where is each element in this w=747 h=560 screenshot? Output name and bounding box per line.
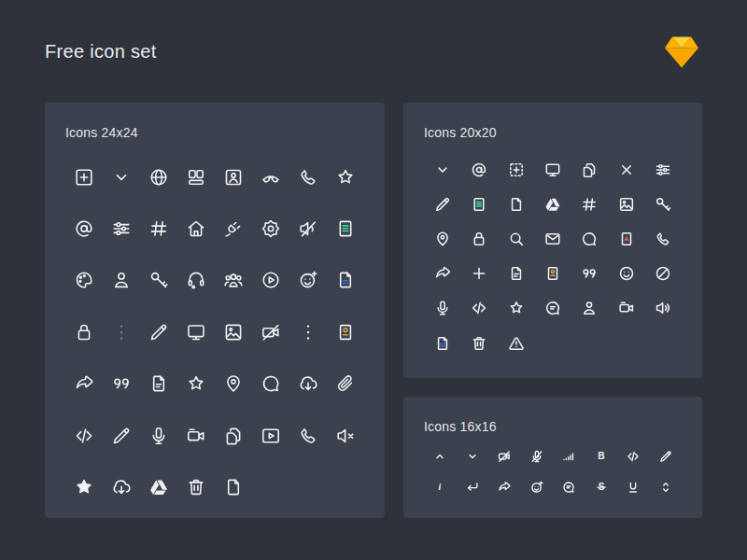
key-icon <box>645 187 682 221</box>
chevron-up-icon <box>424 441 457 471</box>
hash-icon <box>571 187 608 221</box>
document-text-icon <box>498 257 534 291</box>
message-text-icon <box>553 471 585 502</box>
mic-off-icon <box>521 441 554 471</box>
star-filled-icon <box>65 461 103 512</box>
share-icon <box>424 257 460 291</box>
panel-icons-16: Icons 16x16 BiS <box>403 397 702 518</box>
icon-grid-16: BiS <box>424 441 682 502</box>
volume-off-icon <box>289 203 327 254</box>
palette-icon <box>65 255 103 306</box>
code-icon <box>65 410 103 461</box>
quote-icon <box>103 358 140 410</box>
chevron-down-icon <box>103 151 140 203</box>
image-alert-red-icon <box>608 221 644 256</box>
phone-icon <box>645 221 682 256</box>
sketch-logo-icon <box>665 35 698 70</box>
headset-icon <box>177 255 215 306</box>
panel-icons-20: Icons 20x20 <box>403 103 702 378</box>
paperclip-icon <box>327 358 364 410</box>
cloud-download-icon <box>103 461 140 512</box>
share-icon <box>65 358 103 410</box>
plus-icon <box>460 257 497 291</box>
google-drive-icon <box>534 187 571 221</box>
document-green-icon <box>460 187 497 221</box>
settings-gear-icon <box>252 203 289 254</box>
volume-on-icon <box>645 291 682 326</box>
copy-icon <box>215 410 252 461</box>
plug-icon <box>215 203 252 254</box>
close-icon <box>608 152 644 187</box>
pencil-icon <box>424 187 460 221</box>
image-icon <box>215 306 252 357</box>
strikethrough-icon: S <box>585 471 618 502</box>
key-icon <box>140 255 177 306</box>
document-blue-icon <box>424 326 460 360</box>
bold-icon: B <box>585 441 618 471</box>
select-area-plus-icon <box>498 152 534 187</box>
lock-icon <box>460 221 497 256</box>
id-card-orange-icon <box>327 306 364 357</box>
monitor-icon <box>534 152 571 187</box>
message-text-icon <box>534 291 571 326</box>
video-off-icon <box>252 306 289 357</box>
sliders-icon <box>103 203 140 254</box>
smiley-icon <box>608 257 644 291</box>
panel-24-title: Icons 24x24 <box>65 125 364 140</box>
home-icon <box>177 203 215 254</box>
panel-16-title: Icons 16x16 <box>424 419 682 434</box>
pencil-icon <box>140 306 177 357</box>
plus-square-icon <box>65 151 103 203</box>
panel-20-title: Icons 20x20 <box>424 125 682 140</box>
add-reaction-icon <box>521 471 554 502</box>
at-sign-icon <box>460 152 497 187</box>
return-icon <box>457 471 489 502</box>
phone-icon <box>289 151 327 203</box>
image-icon <box>608 187 644 221</box>
location-pin-icon <box>215 358 252 410</box>
hash-icon <box>140 203 177 254</box>
document-green-icon <box>327 203 364 254</box>
video-camera-icon <box>177 410 215 461</box>
selector-icon <box>650 471 683 502</box>
video-off-icon <box>488 441 521 471</box>
pencil-icon <box>103 410 140 461</box>
volume-mute-icon <box>327 410 364 461</box>
sliders-icon <box>645 152 682 187</box>
block-icon <box>645 257 682 291</box>
id-card-orange-icon <box>534 257 571 291</box>
mail-icon <box>534 221 571 256</box>
icon-grid-20 <box>424 152 682 360</box>
play-circle-icon <box>252 255 289 306</box>
page-title: Free icon set <box>45 41 157 63</box>
user-icon <box>103 255 140 306</box>
globe-icon <box>140 151 177 203</box>
code-icon <box>460 291 497 326</box>
trash-icon <box>460 326 497 360</box>
monitor-icon <box>177 306 215 357</box>
google-drive-icon <box>140 461 177 512</box>
portrait-icon <box>215 151 252 203</box>
copy-icon <box>571 152 608 187</box>
svg-text:i: i <box>439 482 442 492</box>
kebab-icon <box>103 306 140 357</box>
add-reaction-icon <box>289 255 327 306</box>
video-camera-icon <box>608 291 644 326</box>
lock-icon <box>65 306 103 357</box>
video-player-icon <box>252 410 289 461</box>
chat-icon <box>571 221 608 256</box>
share-icon <box>488 471 521 502</box>
italic-icon: i <box>424 471 457 502</box>
star-icon <box>498 291 534 326</box>
phone-icon <box>289 410 327 461</box>
star-icon <box>177 358 215 410</box>
search-icon <box>498 221 534 256</box>
microphone-icon <box>424 291 460 326</box>
kebab-icon <box>289 306 327 357</box>
pencil-icon <box>650 441 683 471</box>
location-pin-icon <box>424 221 460 256</box>
at-sign-icon <box>65 203 103 254</box>
cloud-download-icon <box>289 358 327 410</box>
trash-icon <box>177 461 215 512</box>
document-text-icon <box>140 358 177 410</box>
